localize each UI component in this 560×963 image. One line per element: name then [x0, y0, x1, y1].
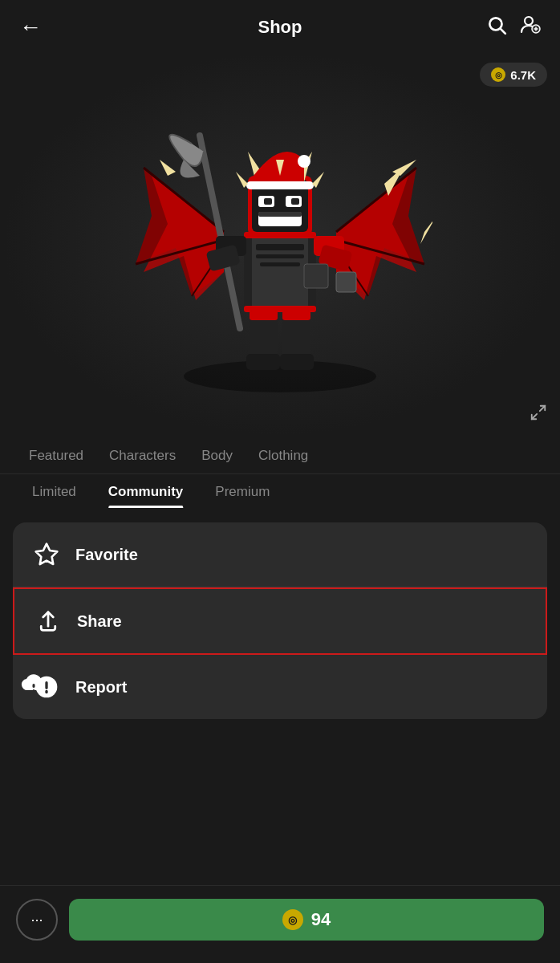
svg-rect-35: [262, 217, 266, 223]
avatar-settings-icon[interactable]: [518, 14, 541, 40]
svg-rect-22: [260, 262, 300, 266]
tab-featured[interactable]: Featured: [16, 437, 96, 473]
svg-rect-39: [290, 217, 295, 223]
share-menu-item[interactable]: Share: [13, 587, 547, 655]
tab-community[interactable]: Community: [92, 474, 200, 508]
svg-rect-55: [304, 264, 328, 288]
more-icon: ···: [30, 912, 43, 928]
svg-rect-63: [33, 689, 35, 692]
expand-icon[interactable]: [530, 404, 547, 425]
svg-rect-62: [33, 684, 35, 688]
robux-icon: ◎: [491, 67, 505, 82]
report-label: Report: [75, 678, 127, 697]
share-icon: [34, 607, 63, 636]
svg-line-58: [532, 414, 537, 419]
share-label: Share: [77, 612, 122, 631]
report-menu-item[interactable]: Report: [13, 655, 547, 719]
action-menu-card: Favorite Share: [13, 522, 547, 719]
tab-premium[interactable]: Premium: [199, 474, 286, 508]
svg-line-57: [540, 406, 545, 411]
svg-rect-37: [276, 217, 281, 223]
currency-badge: ◎ 6.7K: [480, 63, 547, 87]
svg-rect-56: [336, 272, 356, 292]
svg-rect-51: [246, 354, 280, 370]
svg-rect-53: [250, 311, 278, 320]
svg-point-2: [525, 17, 533, 25]
svg-rect-52: [280, 354, 314, 370]
svg-marker-16: [420, 216, 432, 244]
search-icon[interactable]: [486, 14, 507, 40]
header: ← Shop: [0, 0, 560, 51]
svg-marker-42: [236, 172, 248, 188]
svg-rect-21: [256, 254, 304, 258]
character-display: [0, 51, 560, 437]
favorite-label: Favorite: [75, 546, 138, 564]
page-title: Shop: [258, 17, 302, 38]
svg-rect-40: [246, 181, 314, 189]
bottom-bar: ··· ◎ 94: [0, 885, 560, 963]
svg-rect-36: [269, 217, 274, 223]
character-svg: [128, 71, 432, 416]
svg-rect-34: [258, 212, 302, 217]
robux-buy-icon: ◎: [282, 909, 303, 930]
svg-rect-54: [282, 311, 310, 320]
tab-characters[interactable]: Characters: [96, 437, 189, 473]
svg-rect-20: [256, 244, 304, 250]
svg-rect-31: [264, 198, 272, 205]
svg-point-41: [298, 155, 310, 168]
buy-price: 94: [311, 909, 331, 930]
buy-button[interactable]: ◎ 94: [69, 899, 544, 941]
svg-marker-13: [160, 160, 176, 176]
tab-body[interactable]: Body: [189, 437, 246, 473]
tab-limited[interactable]: Limited: [16, 474, 92, 508]
tab-clothing[interactable]: Clothing: [246, 437, 321, 473]
svg-rect-38: [283, 217, 288, 223]
hero-container: ◎ 6.7K: [0, 51, 560, 437]
svg-marker-43: [312, 172, 324, 188]
header-icons: [486, 14, 541, 40]
tabs-row-2: Limited Community Premium: [0, 474, 560, 508]
svg-line-1: [501, 29, 505, 34]
report-icon: [32, 672, 61, 701]
favorite-icon: [32, 540, 61, 569]
more-options-button[interactable]: ···: [16, 899, 58, 941]
svg-rect-32: [291, 198, 299, 205]
currency-amount: 6.7K: [510, 68, 536, 82]
svg-marker-59: [36, 544, 58, 564]
tabs-row-1: Featured Characters Body Clothing: [0, 437, 560, 474]
favorite-menu-item[interactable]: Favorite: [13, 522, 547, 587]
back-button[interactable]: ←: [19, 16, 42, 39]
